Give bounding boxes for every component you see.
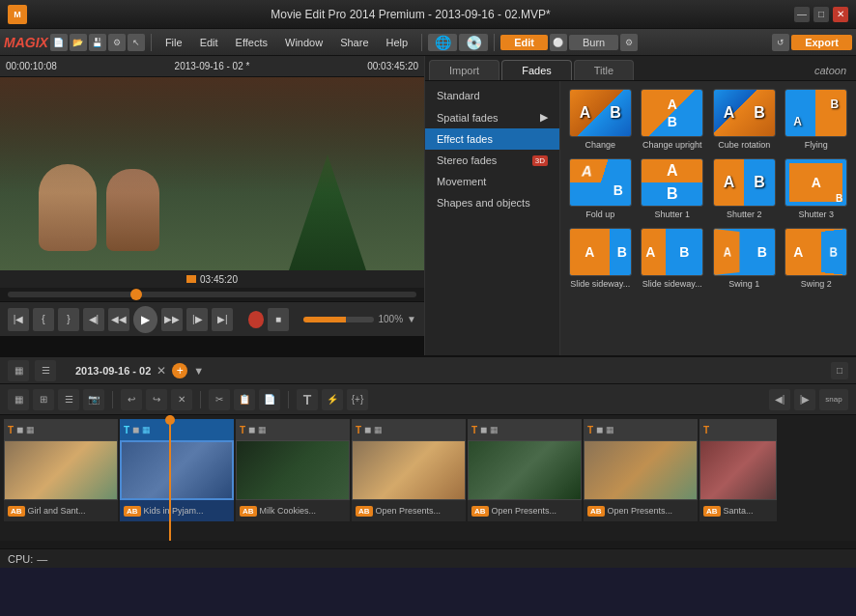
record-button[interactable] <box>248 311 264 328</box>
text-btn[interactable]: T <box>297 389 318 410</box>
rewind-button[interactable]: ◀◀ <box>108 308 129 331</box>
export-button[interactable]: Export <box>791 35 852 50</box>
effect-shutter2[interactable]: AB Shutter 2 <box>712 158 777 220</box>
clip-open-presents-3[interactable]: T ◼ ▦ AB Open Presents... <box>584 419 698 541</box>
stop-button[interactable]: ■ <box>268 308 289 331</box>
timeline-toolbar: ▦ ⊞ ☰ 📷 ↩ ↪ ✕ ✂ 📋 📄 T ⚡ {+} ◀| |▶ snap <box>0 384 856 415</box>
effect-shutter1[interactable]: A B Shutter 1 <box>641 158 705 220</box>
scrub-thumb[interactable] <box>130 289 142 300</box>
menu-share[interactable]: Share <box>332 35 376 50</box>
clip-milk-cookies[interactable]: T ◼ ▦ AB Milk Cookies... <box>236 419 350 541</box>
save-icon[interactable]: 💾 <box>89 34 106 51</box>
timeline-resize-button[interactable]: □ <box>831 362 848 379</box>
open-icon[interactable]: 📂 <box>70 34 87 51</box>
cut-btn[interactable]: ✂ <box>209 389 230 410</box>
go-start-button[interactable]: |◀ <box>8 308 29 331</box>
menu-edit[interactable]: Edit <box>192 35 226 50</box>
effect-swing1[interactable]: A B Swing 1 <box>712 228 777 290</box>
scrub-area[interactable] <box>0 288 424 301</box>
timeline-dropdown[interactable]: ▼ <box>193 365 204 377</box>
mark-out-button[interactable]: } <box>58 308 79 331</box>
effect-change[interactable]: AB Change <box>568 89 633 151</box>
new-icon[interactable]: 📄 <box>50 34 68 51</box>
timeline-close-button[interactable]: ✕ <box>157 364 166 378</box>
track-view-btn[interactable]: ▦ <box>8 389 29 410</box>
transition-btn[interactable]: {+} <box>347 389 368 410</box>
redo-btn[interactable]: ↪ <box>146 389 167 410</box>
timeline-add-button[interactable]: + <box>172 363 187 378</box>
multicam-btn[interactable]: ⊞ <box>33 389 54 410</box>
menu-window[interactable]: Window <box>277 35 330 50</box>
online-icon[interactable]: 🌐 <box>428 34 457 51</box>
preview-title: 2013-09-16 - 02 * <box>175 61 250 71</box>
cancel-btn[interactable]: ✕ <box>171 389 192 410</box>
effect-thumb-swing2: B A <box>785 228 847 276</box>
tab-import[interactable]: Import <box>429 60 499 80</box>
scrub-slider[interactable] <box>8 292 416 297</box>
settings-icon[interactable]: ⚙ <box>108 34 126 51</box>
refresh-icon[interactable]: ↺ <box>772 34 789 51</box>
effect-label-slide1: Slide sideway... <box>570 279 630 290</box>
effect-cube[interactable]: AB Cube rotation <box>712 89 777 151</box>
effect-label-swing1: Swing 1 <box>728 279 759 290</box>
close-button[interactable]: ✕ <box>833 7 848 22</box>
clip-open-presents-2[interactable]: T ◼ ▦ AB Open Presents... <box>468 419 582 541</box>
menu-file[interactable]: File <box>157 35 190 50</box>
play-button[interactable]: ▶ <box>133 306 158 333</box>
effect-slide2[interactable]: B A Slide sideway... <box>641 228 705 290</box>
effect-change-upright[interactable]: A B Change upright <box>641 89 705 151</box>
snap-btn[interactable]: snap <box>819 389 848 410</box>
clip-open-presents-1[interactable]: T ◼ ▦ AB Open Presents... <box>352 419 466 541</box>
menu-effects[interactable]: Effects <box>228 35 275 50</box>
sidebar-item-stereo[interactable]: Stereo fades 3D <box>425 150 559 171</box>
timeline-storyboard-btn[interactable]: ☰ <box>35 360 56 381</box>
cursor-icon[interactable]: ↖ <box>128 34 145 51</box>
volume-slider[interactable] <box>303 317 374 322</box>
copy-btn[interactable]: 📋 <box>234 389 255 410</box>
effect-slide1[interactable]: A B Slide sideway... <box>568 228 633 290</box>
clip-kids-in-pyjamas[interactable]: T ◼ ▦ AB Kids in Pyjam... <box>120 419 234 541</box>
paste-btn[interactable]: 📄 <box>259 389 280 410</box>
sidebar-item-movement[interactable]: Movement <box>425 171 559 192</box>
mark-in-button[interactable]: { <box>33 308 54 331</box>
prev-frame-button[interactable]: ◀| <box>83 308 104 331</box>
tab-title[interactable]: Title <box>574 60 634 80</box>
effect-thumb-flying: BA <box>785 89 847 137</box>
window-controls[interactable]: — □ ✕ <box>794 7 848 22</box>
effect-swing2[interactable]: B A Swing 2 <box>785 228 849 290</box>
fast-forward-button[interactable]: ▶▶ <box>161 308 183 331</box>
undo-btn[interactable]: ↩ <box>121 389 142 410</box>
effect-flying[interactable]: BA Flying <box>785 89 849 151</box>
next-frame-button[interactable]: |▶ <box>186 308 208 331</box>
edit-button[interactable]: Edit <box>500 35 548 50</box>
effects-sidebar: Standard Spatial fades ▶ Effect fades St… <box>425 81 560 355</box>
burn-button[interactable]: Burn <box>569 35 618 50</box>
clip-footer-7: AB Santa... <box>699 500 777 521</box>
clip-girl-and-santa[interactable]: T ◼ ▦ AB Girl and Sant... <box>4 419 118 541</box>
sidebar-item-standard[interactable]: Standard <box>425 85 559 106</box>
clip-santa[interactable]: T AB Santa... <box>699 419 777 541</box>
list-btn[interactable]: ☰ <box>58 389 79 410</box>
edit-extra-icon[interactable]: ⚪ <box>550 34 567 51</box>
toolbar-sep2 <box>200 391 201 408</box>
disc-icon[interactable]: 💿 <box>459 34 488 51</box>
nav-next-btn[interactable]: |▶ <box>794 389 815 410</box>
tab-fades[interactable]: Fades <box>501 60 572 80</box>
go-end-button[interactable]: ▶| <box>212 308 233 331</box>
sidebar-item-shapes[interactable]: Shapes and objects <box>425 192 559 213</box>
sidebar-item-effect[interactable]: Effect fades <box>425 128 559 150</box>
timeline-view-toggle[interactable]: ▦ <box>8 360 29 381</box>
effect-fold[interactable]: A B Fold up <box>568 158 633 220</box>
sidebar-item-spatial[interactable]: Spatial fades ▶ <box>425 106 559 128</box>
camera-btn[interactable]: 📷 <box>83 389 104 410</box>
zoom-dropdown[interactable]: ▼ <box>407 314 416 324</box>
burn-icon[interactable]: ⚙ <box>620 34 638 51</box>
preview-time-start: 00:00:10:08 <box>6 61 57 71</box>
time-position-bar: 03:45:20 <box>0 270 424 288</box>
effect-shutter3[interactable]: A B Shutter 3 <box>785 158 849 220</box>
maximize-button[interactable]: □ <box>813 7 829 22</box>
minimize-button[interactable]: — <box>794 7 810 22</box>
menu-help[interactable]: Help <box>379 35 416 50</box>
nav-prev-btn[interactable]: ◀| <box>769 389 790 410</box>
effect-btn[interactable]: ⚡ <box>322 389 343 410</box>
